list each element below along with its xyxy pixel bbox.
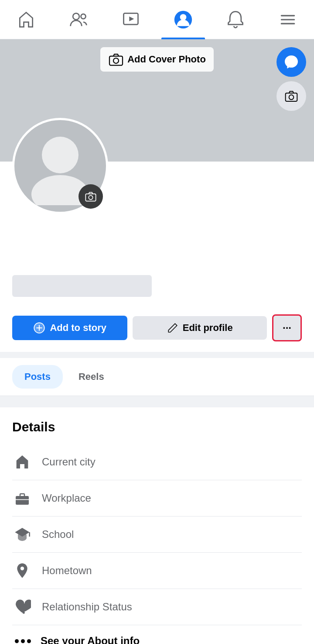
location-detail-icon bbox=[12, 561, 32, 581]
nav-item-notifications[interactable] bbox=[214, 0, 257, 39]
section-separator bbox=[0, 352, 314, 358]
hometown-text: Hometown bbox=[42, 565, 92, 577]
camera-right-icon bbox=[284, 89, 298, 103]
friends-nav-icon bbox=[69, 10, 88, 29]
svg-point-26 bbox=[23, 612, 25, 614]
nav-item-profile[interactable] bbox=[161, 0, 205, 39]
three-dots-icon bbox=[12, 639, 31, 643]
details-title: Details bbox=[12, 420, 302, 434]
tabs-section: Posts Reels bbox=[0, 358, 314, 396]
see-about-row[interactable]: See your About info bbox=[0, 625, 314, 644]
svg-rect-9 bbox=[109, 56, 123, 65]
tab-posts[interactable]: Posts bbox=[12, 365, 63, 389]
camera-cover-icon bbox=[108, 52, 124, 67]
detail-workplace[interactable]: Workplace bbox=[12, 480, 302, 516]
svg-marker-3 bbox=[129, 16, 134, 21]
pencil-icon bbox=[167, 322, 178, 334]
relationship-text: Relationship Status bbox=[42, 601, 132, 613]
detail-school[interactable]: School bbox=[12, 517, 302, 552]
school-detail-icon bbox=[12, 524, 32, 544]
profile-nav-icon bbox=[174, 10, 193, 29]
tabs-row: Posts Reels bbox=[12, 358, 302, 396]
avatar-camera-icon bbox=[85, 190, 97, 203]
avatar-wrapper bbox=[12, 118, 108, 214]
nav-item-home[interactable] bbox=[4, 0, 48, 39]
profile-name-area bbox=[0, 218, 314, 314]
bell-nav-icon bbox=[226, 10, 245, 29]
svg-point-12 bbox=[289, 95, 294, 100]
svg-point-5 bbox=[180, 14, 187, 21]
add-story-label: Add to story bbox=[50, 322, 106, 334]
section-separator-2 bbox=[0, 396, 314, 402]
see-about-text: See your About info bbox=[41, 635, 140, 644]
svg-rect-15 bbox=[85, 194, 96, 201]
more-options-label: ··· bbox=[283, 322, 291, 334]
messenger-button[interactable] bbox=[276, 47, 306, 77]
svg-point-16 bbox=[89, 196, 92, 200]
home-detail-icon bbox=[12, 452, 32, 472]
svg-point-1 bbox=[81, 14, 86, 19]
svg-rect-21 bbox=[16, 496, 29, 505]
detail-relationship[interactable]: Relationship Status bbox=[12, 589, 302, 625]
messenger-icon bbox=[283, 54, 299, 70]
current-city-text: Current city bbox=[42, 456, 96, 468]
heart-detail-icon bbox=[12, 597, 32, 617]
top-navigation bbox=[0, 0, 314, 39]
details-section: Details Current city Workplace bbox=[0, 407, 314, 625]
svg-point-10 bbox=[113, 58, 119, 63]
nav-item-watch[interactable] bbox=[109, 0, 153, 39]
cover-camera-button[interactable] bbox=[276, 81, 306, 111]
edit-profile-button[interactable]: Edit profile bbox=[133, 316, 267, 340]
action-buttons-row: Add to story Edit profile ··· bbox=[0, 314, 314, 352]
nav-item-menu[interactable] bbox=[266, 0, 310, 39]
svg-point-13 bbox=[42, 137, 78, 173]
workplace-text: Workplace bbox=[42, 492, 91, 504]
cover-right-actions bbox=[276, 47, 306, 111]
menu-nav-icon bbox=[278, 10, 297, 29]
school-text: School bbox=[42, 528, 74, 541]
briefcase-detail-icon bbox=[12, 488, 32, 508]
watch-nav-icon bbox=[121, 10, 140, 29]
more-options-button[interactable]: ··· bbox=[272, 314, 302, 341]
detail-current-city[interactable]: Current city bbox=[12, 444, 302, 480]
add-to-story-button[interactable]: Add to story bbox=[12, 316, 127, 340]
add-cover-photo-button[interactable]: Add Cover Photo bbox=[100, 47, 214, 72]
svg-point-25 bbox=[20, 567, 24, 570]
home-nav-icon bbox=[17, 10, 36, 29]
nav-item-friends[interactable] bbox=[57, 0, 100, 39]
edit-profile-label: Edit profile bbox=[183, 322, 233, 334]
svg-point-0 bbox=[73, 13, 79, 20]
plus-circle-icon bbox=[33, 322, 45, 334]
profile-name-placeholder bbox=[12, 275, 152, 297]
svg-rect-11 bbox=[286, 93, 297, 101]
tab-reels[interactable]: Reels bbox=[66, 365, 116, 389]
avatar-camera-button[interactable] bbox=[78, 184, 103, 209]
profile-section bbox=[0, 162, 314, 314]
detail-hometown[interactable]: Hometown bbox=[12, 553, 302, 589]
